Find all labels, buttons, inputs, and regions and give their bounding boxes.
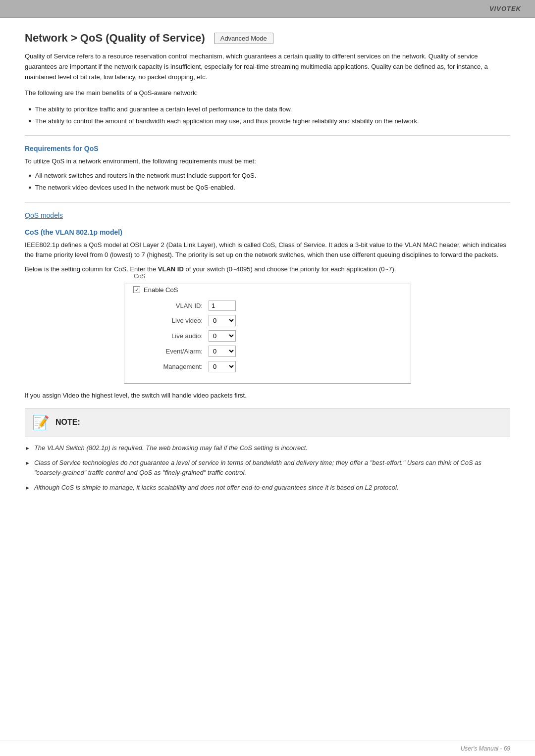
enable-cos-row: Enable CoS	[133, 286, 402, 294]
top-bar: VIVOTEK	[0, 0, 535, 18]
cos-note-after-box: If you assign Video the highest level, t…	[25, 391, 510, 401]
note-bullet-2: Class of Service technologies do not gua…	[25, 458, 510, 478]
cos-box-inner: CoS Enable CoS VLAN ID: Live video: 0123	[124, 280, 411, 383]
page-title-row: Network > QoS (Quality of Service) Advan…	[25, 32, 510, 45]
management-label: Management:	[148, 363, 203, 370]
note-bullets-list: The VLAN Switch (802.1p) is required. Th…	[25, 443, 510, 493]
cos-vlan-row: VLAN ID:	[133, 301, 402, 311]
advanced-mode-button[interactable]: Advanced Mode	[214, 33, 273, 44]
cos-heading: CoS (the VLAN 802.1p model)	[25, 228, 510, 236]
footer-text: User's Manual - 69	[461, 745, 510, 752]
intro-paragraph-1: Quality of Service refers to a resource …	[25, 51, 510, 82]
requirements-heading: Requirements for QoS	[25, 145, 510, 152]
event-alarm-label: Event/Alarm:	[148, 348, 203, 355]
cos-event-alarm-row: Event/Alarm: 0123 4567	[133, 346, 402, 357]
note-bullet-3: Although CoS is simple to manage, it lac…	[25, 483, 510, 493]
cos-management-row: Management: 0123 4567	[133, 361, 402, 372]
live-audio-select[interactable]: 0123 4567	[209, 330, 236, 342]
divider-1	[25, 135, 510, 136]
cos-box-title: CoS	[131, 273, 148, 280]
management-select[interactable]: 0123 4567	[209, 361, 236, 372]
brand-label: VIVOTEK	[489, 5, 521, 12]
note-bullet-1: The VLAN Switch (802.1p) is required. Th…	[25, 443, 510, 453]
requirements-text: To utilize QoS in a network environment,…	[25, 156, 510, 167]
page-wrapper: VIVOTEK Network > QoS (Quality of Servic…	[0, 0, 535, 756]
req-bullet-2: The network video devices used in the ne…	[29, 183, 510, 193]
vlan-id-input[interactable]	[209, 301, 236, 311]
cos-box: CoS Enable CoS VLAN ID: Live video: 0123	[124, 284, 411, 384]
qos-models-link[interactable]: QoS models	[25, 211, 63, 219]
enable-cos-checkbox[interactable]	[133, 286, 140, 293]
req-bullet-1: All network switches and routers in the …	[29, 171, 510, 181]
cos-live-video-row: Live video: 0123 4567	[133, 315, 402, 326]
cos-para-2: Below is the setting column for CoS. Ent…	[25, 264, 510, 275]
note-title: NOTE:	[55, 418, 80, 427]
divider-2	[25, 202, 510, 202]
cos-para-2-suffix: of your switch (0~4095) and choose the p…	[184, 265, 396, 273]
main-content: Network > QoS (Quality of Service) Advan…	[0, 18, 535, 517]
page-title: Network > QoS (Quality of Service)	[25, 32, 205, 45]
intro-bullet-1: The ability to prioritize traffic and gu…	[29, 104, 510, 114]
note-icon: 📝	[32, 414, 50, 431]
live-video-label: Live video:	[148, 317, 203, 324]
note-box: 📝 NOTE:	[25, 408, 510, 437]
live-audio-label: Live audio:	[148, 332, 203, 340]
requirements-bullet-list: All network switches and routers in the …	[29, 171, 510, 193]
cos-live-audio-row: Live audio: 0123 4567	[133, 330, 402, 342]
footer: User's Manual - 69	[0, 741, 535, 756]
cos-para-2-bold: VLAN ID	[158, 265, 184, 273]
enable-cos-label: Enable CoS	[144, 286, 178, 294]
live-video-select[interactable]: 0123 4567	[209, 315, 236, 326]
intro-bullet-list: The ability to prioritize traffic and gu…	[29, 104, 510, 126]
requirements-section: Requirements for QoS To utilize QoS in a…	[25, 145, 510, 193]
intro-bullet-2: The ability to control the amount of ban…	[29, 116, 510, 126]
vlan-id-label: VLAN ID:	[148, 302, 203, 309]
cos-para-1: IEEE802.1p defines a QoS model at OSI La…	[25, 240, 510, 261]
intro-paragraph-2: The following are the main benefits of a…	[25, 88, 510, 99]
cos-para-2-prefix: Below is the setting column for CoS. Ent…	[25, 265, 158, 273]
event-alarm-select[interactable]: 0123 4567	[209, 346, 236, 357]
